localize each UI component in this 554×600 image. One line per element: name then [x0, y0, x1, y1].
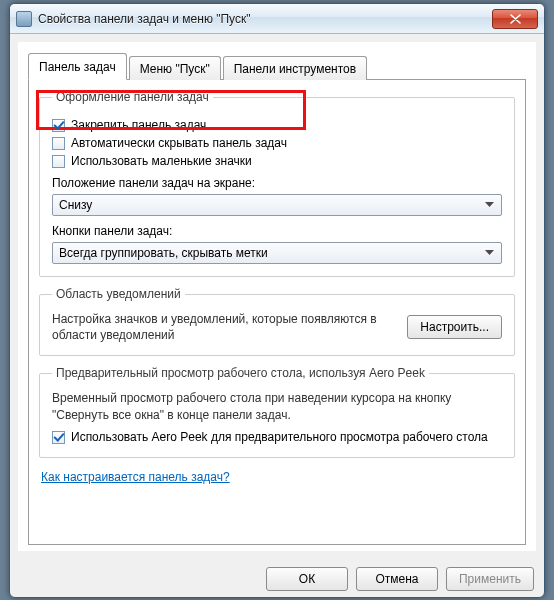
ok-button[interactable]: ОК — [266, 567, 348, 591]
notify-note: Настройка значков и уведомлений, которые… — [52, 311, 397, 343]
cancel-button[interactable]: Отмена — [356, 567, 438, 591]
tab-label: Меню "Пуск" — [140, 62, 210, 76]
tab-label: Панель задач — [39, 60, 116, 74]
dialog-button-bar: ОК Отмена Применить — [10, 559, 544, 597]
customize-button[interactable]: Настроить... — [407, 315, 502, 339]
combo-taskbar-buttons[interactable]: Всегда группировать, скрывать метки — [52, 242, 502, 264]
app-icon — [16, 11, 32, 27]
checkbox-autohide-row[interactable]: Автоматически скрывать панель задач — [52, 136, 502, 150]
checkbox-aeropeek-row[interactable]: Использовать Aero Peek для предварительн… — [52, 429, 502, 445]
tab-taskbar[interactable]: Панель задач — [28, 53, 127, 80]
combo-taskbar-buttons-value: Всегда группировать, скрывать метки — [59, 246, 481, 260]
close-icon — [510, 14, 521, 24]
client-area: Панель задач Меню "Пуск" Панели инструме… — [18, 42, 536, 551]
titlebar[interactable]: Свойства панели задач и меню "Пуск" — [10, 4, 544, 34]
checkbox-small-icons[interactable] — [52, 155, 65, 168]
group-notification-area: Область уведомлений Настройка значков и … — [39, 287, 515, 356]
aeropeek-note: Временный просмотр рабочего стола при на… — [52, 390, 502, 422]
tab-label: Панели инструментов — [234, 62, 356, 76]
help-link[interactable]: Как настраивается панель задач? — [41, 470, 230, 484]
close-button[interactable] — [492, 9, 538, 29]
dialog-window: Свойства панели задач и меню "Пуск" Пане… — [9, 3, 545, 598]
checkbox-lock-taskbar[interactable] — [52, 119, 65, 132]
tab-startmenu[interactable]: Меню "Пуск" — [129, 56, 221, 80]
checkbox-autohide-label: Автоматически скрывать панель задач — [71, 136, 287, 150]
tabstrip: Панель задач Меню "Пуск" Панели инструме… — [28, 52, 526, 79]
checkbox-lock-taskbar-row[interactable]: Закрепить панель задач — [52, 118, 502, 132]
combo-taskbar-position-value: Снизу — [59, 198, 481, 212]
group-aero-peek: Предварительный просмотр рабочего стола,… — [39, 366, 515, 458]
chevron-down-icon — [481, 245, 497, 261]
group-aeropeek-legend: Предварительный просмотр рабочего стола,… — [52, 366, 429, 380]
group-notify-legend: Область уведомлений — [52, 287, 185, 301]
apply-button[interactable]: Применить — [446, 567, 534, 591]
group-appearance-legend: Оформление панели задач — [52, 90, 213, 104]
checkbox-small-icons-row[interactable]: Использовать маленькие значки — [52, 154, 502, 168]
tabpage-taskbar: Оформление панели задач Закрепить панель… — [28, 79, 526, 545]
position-label: Положение панели задач на экране: — [52, 176, 502, 190]
window-title: Свойства панели задач и меню "Пуск" — [38, 12, 492, 26]
group-appearance: Оформление панели задач Закрепить панель… — [39, 90, 515, 277]
checkbox-aeropeek[interactable] — [52, 431, 65, 444]
checkbox-small-icons-label: Использовать маленькие значки — [71, 154, 252, 168]
buttons-label: Кнопки панели задач: — [52, 224, 502, 238]
checkbox-autohide[interactable] — [52, 137, 65, 150]
tab-toolbars[interactable]: Панели инструментов — [223, 56, 367, 80]
chevron-down-icon — [481, 197, 497, 213]
checkbox-lock-taskbar-label: Закрепить панель задач — [71, 118, 206, 132]
checkbox-aeropeek-label: Использовать Aero Peek для предварительн… — [71, 429, 488, 445]
combo-taskbar-position[interactable]: Снизу — [52, 194, 502, 216]
